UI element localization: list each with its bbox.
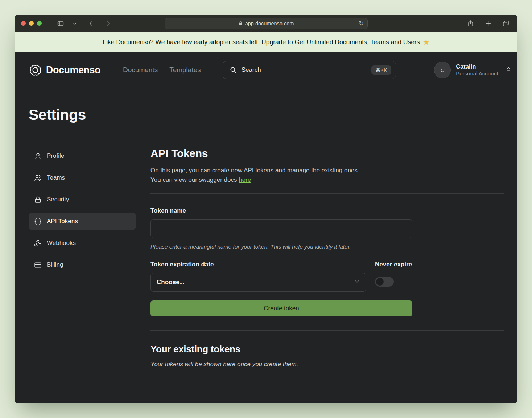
search-shortcut-badge: ⌘+K xyxy=(371,65,391,75)
divider xyxy=(150,330,504,331)
main-nav: Documents Templates xyxy=(123,66,201,74)
forward-button xyxy=(103,19,113,29)
close-window-button[interactable] xyxy=(21,21,26,26)
users-icon xyxy=(34,174,42,182)
sidebar-item-label: Profile xyxy=(47,152,64,160)
new-tab-icon[interactable] xyxy=(483,19,493,29)
search-placeholder: Search xyxy=(242,66,367,74)
sidebar-item-teams[interactable]: Teams xyxy=(29,169,136,187)
search-icon xyxy=(230,66,237,74)
sidebar-toggle-icon[interactable] xyxy=(55,19,66,29)
browser-titlebar: app.documenso.com ↻ xyxy=(15,15,517,32)
section-heading: API Tokens xyxy=(150,147,504,160)
token-name-help: Please enter a meaningful name for your … xyxy=(150,243,504,250)
existing-tokens-empty-text: Your tokens will be shown here once you … xyxy=(150,361,504,368)
expiration-select[interactable]: Choose... xyxy=(150,273,366,292)
account-name: Catalin xyxy=(456,63,498,70)
upgrade-banner: Like Documenso? We have few early adopte… xyxy=(15,32,517,52)
sidebar-item-security[interactable]: Security xyxy=(29,191,136,208)
minimize-window-button[interactable] xyxy=(29,21,34,26)
upgrade-link[interactable]: Upgrade to Get Unlimited Documents, Team… xyxy=(261,38,420,46)
banner-text: Like Documenso? We have few early adopte… xyxy=(103,38,260,46)
divider xyxy=(150,193,504,194)
back-button[interactable] xyxy=(86,19,96,29)
tab-overview-icon[interactable] xyxy=(501,19,511,29)
nav-documents[interactable]: Documents xyxy=(123,66,158,74)
sidebar-item-label: Security xyxy=(47,196,69,203)
chevron-down-icon xyxy=(354,278,360,286)
sidebar-item-label: Webhooks xyxy=(47,239,76,247)
swagger-docs-link[interactable]: here xyxy=(239,176,251,183)
nav-templates[interactable]: Templates xyxy=(169,66,201,74)
toggle-knob xyxy=(376,278,384,286)
avatar: C xyxy=(434,62,451,78)
existing-tokens-heading: Your existing tokens xyxy=(150,344,504,355)
brand-logo[interactable]: Documenso xyxy=(29,63,100,77)
webhook-icon xyxy=(34,239,42,247)
share-icon[interactable] xyxy=(465,19,475,29)
account-menu[interactable]: C Catalin Personal Account xyxy=(434,62,511,78)
sidebar-item-label: API Tokens xyxy=(47,218,78,225)
never-expire-toggle[interactable] xyxy=(375,277,394,287)
token-name-label: Token name xyxy=(150,207,504,214)
url-text: app.documenso.com xyxy=(245,21,294,26)
tls-lock-icon xyxy=(239,21,243,26)
app-header: Documenso Documents Templates Search ⌘+K… xyxy=(15,52,517,88)
app-content: Documenso Documents Templates Search ⌘+K… xyxy=(15,52,517,403)
user-icon xyxy=(34,152,42,160)
description-line2: You can view our swagger docs xyxy=(150,176,239,183)
description-line1: On this page, you can create new API tok… xyxy=(150,167,359,174)
chevron-up-down-icon xyxy=(506,66,511,74)
sidebar-item-webhooks[interactable]: Webhooks xyxy=(29,234,136,252)
lock-icon xyxy=(34,196,42,204)
address-bar[interactable]: app.documenso.com ↻ xyxy=(165,18,368,29)
browser-window: app.documenso.com ↻ xyxy=(15,15,517,403)
sidebar-item-profile[interactable]: Profile xyxy=(29,147,136,165)
sidebar-item-api-tokens[interactable]: API Tokens xyxy=(29,213,136,230)
never-expire-label: Never expire xyxy=(375,261,412,268)
zoom-window-button[interactable] xyxy=(37,21,42,26)
api-tokens-panel: API Tokens On this page, you can create … xyxy=(150,147,504,368)
braces-icon xyxy=(34,218,42,225)
page-title: Settings xyxy=(29,106,504,123)
reload-icon[interactable]: ↻ xyxy=(359,20,364,27)
expiration-label: Token expiration date xyxy=(150,261,366,268)
create-token-button[interactable]: Create token xyxy=(150,300,412,316)
credit-card-icon xyxy=(34,261,42,269)
sidebar-item-label: Teams xyxy=(47,174,65,181)
documenso-logo-icon xyxy=(29,63,42,77)
account-type: Personal Account xyxy=(456,70,498,77)
expiration-value: Choose... xyxy=(157,279,185,286)
sidebar-chevron-down-icon[interactable] xyxy=(72,19,78,29)
brand-name: Documenso xyxy=(46,65,100,76)
section-description: On this page, you can create new API tok… xyxy=(150,166,504,184)
settings-sidebar: Profile Teams xyxy=(29,147,136,368)
search-input[interactable]: Search ⌘+K xyxy=(223,61,396,79)
sidebar-item-label: Billing xyxy=(47,261,63,269)
token-name-input[interactable] xyxy=(150,219,412,238)
traffic-lights xyxy=(21,21,42,26)
star-icon: ★ xyxy=(423,38,429,46)
titlebar-separator xyxy=(69,21,69,26)
sidebar-item-billing[interactable]: Billing xyxy=(29,256,136,274)
